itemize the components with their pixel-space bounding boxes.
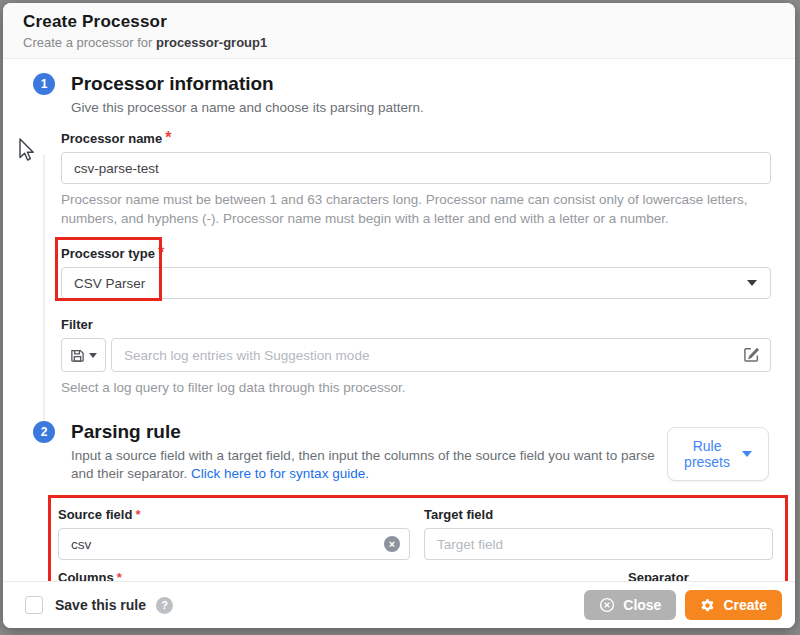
save-this-rule-checkbox[interactable] (25, 596, 43, 614)
filter-label: Filter (61, 317, 93, 332)
required-asterisk: * (135, 507, 140, 522)
help-icon[interactable]: ? (156, 597, 173, 614)
caret-down-icon (742, 451, 752, 457)
target-field-label: Target field (424, 507, 773, 523)
modal-footer: Save this rule ? Close Create (3, 581, 795, 628)
circle-x-icon (599, 597, 615, 613)
step-2-title: Parsing rule (71, 421, 667, 443)
processor-group-name: processor-group1 (156, 35, 267, 50)
processor-name-label: Processor name (61, 131, 162, 146)
create-button[interactable]: Create (685, 590, 782, 620)
create-processor-modal: Create Processor Create a processor for … (3, 3, 795, 628)
filter-help: Select a log query to filter log data th… (61, 378, 771, 397)
target-field-block: Target field (424, 507, 773, 560)
caret-down-icon (89, 353, 97, 358)
processor-name-block: Processor name* Processor name must be b… (61, 129, 771, 228)
step-1-description: Give this processor a name and choose it… (71, 99, 771, 117)
source-field-label: Source field (58, 507, 132, 522)
filter-search-input[interactable] (111, 338, 771, 372)
edit-query-icon[interactable] (743, 346, 760, 363)
filter-block: Filter (61, 315, 771, 397)
step-1-badge: 1 (33, 73, 55, 95)
page-title: Create Processor (23, 12, 775, 32)
processor-type-label: Processor type (61, 246, 155, 261)
close-button[interactable]: Close (584, 590, 676, 620)
required-asterisk: * (158, 244, 164, 261)
floppy-save-icon (70, 348, 85, 363)
target-field-input[interactable] (424, 528, 773, 560)
modal-subtitle: Create a processor for processor-group1 (23, 35, 775, 50)
processor-name-help: Processor name must be between 1 and 63 … (61, 190, 771, 228)
processor-type-value[interactable] (61, 267, 771, 299)
saved-queries-button[interactable] (61, 338, 106, 372)
rule-presets-label: Rule presets (684, 438, 730, 470)
section-processor-information: 1 Processor information Give this proces… (33, 73, 771, 397)
step-1-title: Processor information (71, 73, 771, 95)
processor-type-block: Processor type* (61, 244, 771, 299)
step-2-badge: 2 (33, 421, 55, 443)
source-field-input[interactable] (58, 528, 410, 560)
modal-header: Create Processor Create a processor for … (3, 3, 795, 59)
processor-type-select[interactable] (61, 267, 771, 299)
step-2-description: Input a source field with a target field… (71, 447, 667, 483)
rule-presets-button[interactable]: Rule presets (667, 427, 769, 481)
processor-name-input[interactable] (61, 152, 771, 184)
syntax-guide-link[interactable]: Click here to for syntax guide. (191, 466, 369, 481)
modal-body: 1 Processor information Give this proces… (3, 59, 795, 581)
required-asterisk: * (165, 129, 171, 146)
chevron-down-icon[interactable] (747, 280, 757, 286)
gear-icon (700, 598, 715, 613)
save-this-rule-label: Save this rule (55, 597, 146, 613)
subtitle-prefix: Create a processor for (23, 35, 156, 50)
source-field-block: Source field* × (58, 507, 410, 560)
create-button-label: Create (723, 597, 767, 613)
clear-source-icon[interactable]: × (384, 536, 400, 552)
close-button-label: Close (623, 597, 661, 613)
